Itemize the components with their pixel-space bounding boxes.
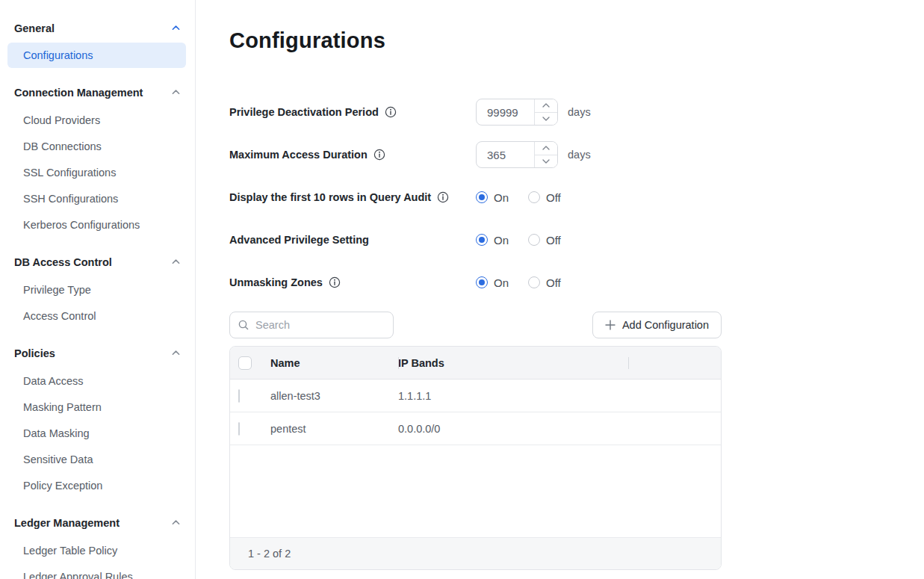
section-title: General: [14, 22, 55, 34]
privilege-deactivation-period-input[interactable]: [477, 99, 534, 125]
sidebar-section-general-header[interactable]: General: [0, 22, 195, 34]
radio-icon: [528, 191, 540, 203]
chevron-up-icon: [171, 348, 181, 358]
sidebar-item-kerberos-configurations[interactable]: Kerberos Configurations: [0, 211, 195, 238]
sidebar-item-privilege-type[interactable]: Privilege Type: [0, 276, 195, 303]
cell-name: pentest: [270, 423, 398, 435]
radio-label: Off: [546, 234, 561, 247]
sidebar-item-access-control[interactable]: Access Control: [0, 303, 195, 329]
table-toolbar: Add Configuration: [229, 312, 722, 338]
query-audit-radio-group: On Off: [476, 191, 561, 204]
search-box: [229, 312, 394, 338]
sidebar-item-label: Sensitive Data: [23, 453, 93, 465]
spinner-down-button[interactable]: [535, 113, 557, 126]
query-audit-radio-on[interactable]: On: [476, 191, 509, 204]
column-header-name: Name: [270, 347, 398, 379]
chevron-up-icon: [171, 257, 181, 267]
info-icon[interactable]: [329, 276, 341, 288]
sidebar-item-ssl-configurations[interactable]: SSL Configurations: [0, 159, 195, 185]
setting-label: Display the first 10 rows in Query Audit: [229, 191, 476, 203]
advanced-privilege-radio-off[interactable]: Off: [528, 234, 561, 247]
select-all-checkbox[interactable]: [238, 356, 252, 370]
table-empty-space: [230, 445, 721, 537]
table-row[interactable]: allen-test3 1.1.1.1: [230, 380, 721, 412]
add-configuration-button[interactable]: Add Configuration: [592, 312, 722, 338]
sidebar-item-label: Masking Pattern: [23, 401, 102, 413]
sidebar-item-label: Cloud Providers: [23, 114, 100, 126]
column-header-actions: [628, 347, 721, 379]
unit-label: days: [568, 106, 591, 118]
spinner-down-button[interactable]: [535, 155, 557, 168]
section-title: Connection Management: [14, 87, 143, 99]
radio-label: Off: [546, 191, 561, 204]
sidebar-item-label: Access Control: [23, 310, 96, 322]
search-input[interactable]: [255, 319, 385, 331]
sidebar-section-policies-header[interactable]: Policies: [0, 347, 195, 359]
table-row[interactable]: pentest 0.0.0.0/0: [230, 412, 721, 445]
sidebar-section-db-access-control-header[interactable]: DB Access Control: [0, 256, 195, 268]
sidebar-item-ssh-configurations[interactable]: SSH Configurations: [0, 185, 195, 211]
sidebar-item-ledger-table-policy[interactable]: Ledger Table Policy: [0, 537, 195, 563]
sidebar-item-data-access[interactable]: Data Access: [0, 368, 195, 394]
add-configuration-label: Add Configuration: [622, 319, 709, 331]
radio-label: On: [494, 191, 509, 204]
section-title: Ledger Management: [14, 517, 120, 529]
row-checkbox-cell: [230, 423, 270, 435]
sidebar-item-sensitive-data[interactable]: Sensitive Data: [0, 446, 195, 472]
search-icon: [238, 319, 249, 331]
radio-label: On: [494, 234, 509, 247]
setting-label-text: Privilege Deactivation Period: [229, 106, 379, 118]
radio-icon: [476, 234, 488, 246]
sidebar-item-data-masking[interactable]: Data Masking: [0, 420, 195, 446]
sidebar-section-connection-management-header[interactable]: Connection Management: [0, 86, 195, 99]
sidebar-item-policy-exception[interactable]: Policy Exception: [0, 472, 195, 498]
plus-icon: [605, 320, 616, 330]
maximum-access-duration-control: [476, 141, 558, 168]
setting-label-text: Advanced Privilege Setting: [229, 234, 369, 246]
setting-label-text: Display the first 10 rows in Query Audit: [229, 191, 431, 203]
unmasking-zones-radio-on[interactable]: On: [476, 276, 509, 289]
sidebar-item-cloud-providers[interactable]: Cloud Providers: [0, 107, 195, 133]
sidebar-item-label: SSH Configurations: [23, 193, 118, 205]
setting-row-query-audit-rows: Display the first 10 rows in Query Audit…: [229, 184, 924, 211]
unit-label: days: [568, 149, 591, 161]
sidebar-item-label: Ledger Approval Rules: [23, 571, 133, 579]
row-checkbox-cell: [230, 390, 270, 402]
sidebar-item-ledger-approval-rules[interactable]: Ledger Approval Rules: [0, 563, 195, 579]
spinner-up-button[interactable]: [535, 142, 557, 155]
sidebar-section-ledger-management-header[interactable]: Ledger Management: [0, 516, 195, 529]
setting-row-privilege-deactivation-period: Privilege Deactivation Period days: [229, 99, 924, 126]
query-audit-radio-off[interactable]: Off: [528, 191, 561, 204]
sidebar-item-label: SSL Configurations: [23, 167, 116, 179]
sidebar-item-label: Kerberos Configurations: [23, 219, 140, 231]
chevron-up-icon: [171, 87, 181, 97]
setting-label-text: Maximum Access Duration: [229, 149, 368, 161]
row-checkbox[interactable]: [238, 422, 240, 436]
sidebar-section-connection-management: Connection Management Cloud Providers DB…: [0, 86, 195, 238]
section-title: DB Access Control: [14, 256, 112, 268]
sidebar-item-label: Ledger Table Policy: [23, 545, 117, 557]
info-icon[interactable]: [385, 106, 397, 118]
sidebar-section-ledger-management: Ledger Management Ledger Table Policy Le…: [0, 516, 195, 579]
advanced-privilege-radio-group: On Off: [476, 234, 561, 247]
table-header-row: Name IP Bands: [230, 347, 721, 380]
spinner-up-button[interactable]: [535, 99, 557, 113]
unmasking-zones-radio-off[interactable]: Off: [528, 276, 561, 289]
sidebar-item-db-connections[interactable]: DB Connections: [0, 133, 195, 159]
table-footer: 1 - 2 of 2: [230, 537, 721, 569]
advanced-privilege-radio-on[interactable]: On: [476, 234, 509, 247]
number-spinner: [534, 142, 557, 167]
sidebar-section-db-access-control: DB Access Control Privilege Type Access …: [0, 256, 195, 329]
sidebar-item-masking-pattern[interactable]: Masking Pattern: [0, 394, 195, 420]
sidebar-section-general: General Configurations: [0, 22, 195, 68]
sidebar-section-policies: Policies Data Access Masking Pattern Dat…: [0, 347, 195, 498]
info-icon[interactable]: [373, 149, 385, 161]
radio-icon: [476, 276, 488, 288]
unmasking-zones-radio-group: On Off: [476, 276, 561, 289]
setting-label: Advanced Privilege Setting: [229, 234, 476, 246]
sidebar-item-configurations[interactable]: Configurations: [7, 43, 186, 68]
maximum-access-duration-input[interactable]: [477, 142, 534, 167]
info-icon[interactable]: [437, 191, 449, 203]
sidebar: General Configurations Connection Manage…: [0, 0, 196, 579]
row-checkbox[interactable]: [238, 389, 240, 403]
